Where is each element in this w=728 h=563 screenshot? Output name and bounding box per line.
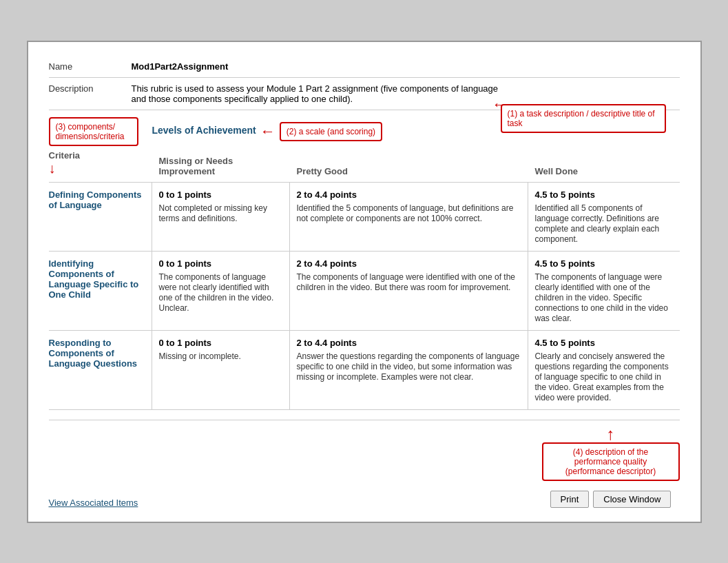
cell-2-1: 0 to 1 points The components of language…	[152, 252, 290, 330]
print-button[interactable]: Print	[550, 491, 590, 508]
desc-row: Description This rubric is used to asses…	[49, 78, 680, 110]
cell-1-1: 0 to 1 points Not completed or missing k…	[152, 183, 290, 251]
desc-value: This rubric is used to assess your Modul…	[132, 83, 680, 104]
name-label: Name	[49, 61, 132, 72]
criteria-cell-1: Defining Components of Language	[49, 183, 152, 251]
cell-3-3: 4.5 to 5 points Clearly and concisely an…	[528, 331, 680, 409]
cell-1-2: 2 to 4.4 points Identified the 5 compone…	[290, 183, 528, 251]
button-row: Print Close Window	[550, 491, 672, 508]
col1-header: Missing or Needs Improvement	[152, 153, 290, 179]
annotation-4-box: (4) description of the performance quali…	[542, 442, 680, 481]
cell-2-2: 2 to 4.4 points The components of langua…	[290, 252, 528, 330]
levels-arrow: ←	[260, 123, 275, 141]
criteria-header: Criteria ↓	[49, 147, 152, 179]
criteria-cell-2: Identifying Components of Language Speci…	[49, 252, 152, 330]
annotation-3-text: (3) components/ dimensions/criteria	[56, 122, 125, 141]
annotation-1-box: (1) a task description / descriptive tit…	[501, 104, 666, 133]
footer: View Associated Items ↑ (4) description …	[49, 420, 680, 508]
rubric-section: (3) components/ dimensions/criteria Leve…	[49, 117, 680, 410]
table-header: Criteria ↓ Missing or Needs Improvement …	[49, 147, 680, 183]
annotation-4-wrapper: ↑ (4) description of the performance qua…	[542, 426, 680, 481]
cell-2-3: 4.5 to 5 points The components of langua…	[528, 252, 680, 330]
levels-label: Levels of Achievement	[152, 125, 256, 136]
table-row: Identifying Components of Language Speci…	[49, 252, 680, 331]
cell-3-2: 2 to 4.4 points Answer the questions reg…	[290, 331, 528, 409]
desc-label: Description	[49, 83, 132, 94]
annotation-4-text: (4) description of the performance quali…	[565, 447, 656, 476]
annotation-2-text: (2) a scale (and scoring)	[287, 127, 375, 136]
name-value: Mod1Part2Assignment	[132, 61, 680, 72]
col2-header: Pretty Good	[290, 163, 528, 179]
col3-header: Well Done	[528, 163, 680, 179]
footer-right: ↑ (4) description of the performance qua…	[542, 426, 680, 508]
annotation-3-wrapper: (3) components/ dimensions/criteria	[49, 117, 152, 146]
name-row: Name Mod1Part2Assignment	[49, 56, 680, 78]
main-window: Name Mod1Part2Assignment Description Thi…	[27, 41, 702, 523]
close-window-button[interactable]: Close Window	[593, 491, 671, 508]
ann4-arrow: ↑	[607, 426, 615, 442]
view-associated-link[interactable]: View Associated Items	[49, 498, 138, 508]
cell-1-3: 4.5 to 5 points Identified all 5 compone…	[528, 183, 680, 251]
table-row: Responding to Components of Language Que…	[49, 331, 680, 410]
criteria-cell-3: Responding to Components of Language Que…	[49, 331, 152, 409]
cell-3-1: 0 to 1 points Missing or incomplete.	[152, 331, 290, 409]
table-row: Defining Components of Language 0 to 1 p…	[49, 183, 680, 252]
criteria-arrow: ↓	[49, 161, 145, 176]
